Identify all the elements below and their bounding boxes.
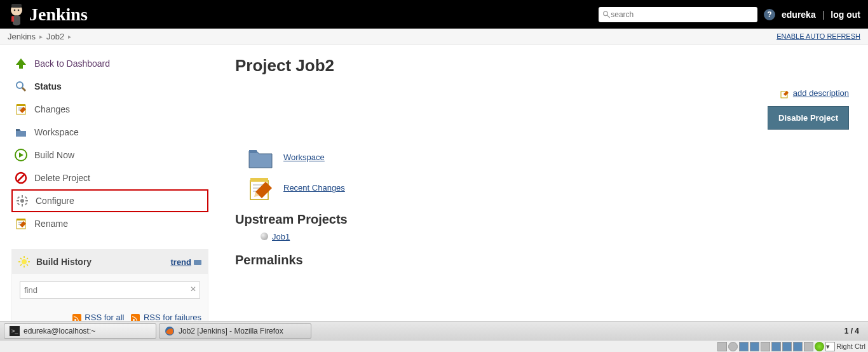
sidebar-changes[interactable]: Changes: [11, 98, 208, 121]
strip-icon: [815, 342, 824, 351]
up-arrow-icon: [14, 57, 28, 71]
user-link[interactable]: edureka: [782, 10, 816, 20]
sidebar-item-label: Back to Dashboard: [34, 58, 110, 69]
upstream-heading: Upstream Projects: [235, 212, 849, 227]
add-description-link[interactable]: add description: [793, 88, 849, 98]
search-box[interactable]: [599, 7, 757, 22]
pencil-icon: [780, 90, 789, 98]
sidebar-item-label: Configure: [36, 196, 74, 206]
build-history-title: Build History: [36, 257, 92, 267]
sidebar-build-now[interactable]: Build Now: [11, 144, 208, 166]
chevron-right-icon: ▸: [39, 33, 43, 40]
folder-icon: [247, 145, 275, 170]
trend-link[interactable]: trend: [171, 257, 202, 267]
logout-link[interactable]: log out: [831, 10, 860, 20]
disable-project-button[interactable]: Disable Project: [768, 106, 849, 130]
svg-rect-24: [25, 196, 27, 199]
taskbar-label: edureka@localhost:~: [24, 327, 95, 335]
svg-point-16: [20, 199, 24, 203]
os-taskbar: >_ edureka@localhost:~ Job2 [Jenkins] - …: [0, 321, 868, 340]
sidebar: Back to Dashboard Status Changes Workspa…: [0, 44, 216, 337]
upstream-job-link[interactable]: Job1: [272, 232, 290, 241]
sidebar-item-label: Status: [34, 81, 62, 91]
search-input[interactable]: [611, 10, 754, 19]
sidebar-item-label: Changes: [34, 104, 70, 114]
sidebar-configure[interactable]: Configure: [11, 189, 208, 212]
svg-point-6: [17, 82, 23, 88]
svg-line-7: [22, 88, 25, 91]
prohibit-icon: [14, 171, 28, 185]
svg-rect-12: [16, 129, 20, 131]
notepad-icon: [14, 217, 28, 231]
strip-icon: [793, 342, 803, 351]
svg-rect-41: [250, 178, 268, 182]
strip-icon: [771, 342, 781, 351]
magnifier-icon: [14, 79, 28, 93]
jenkins-icon: [8, 3, 25, 27]
strip-icon: [782, 342, 792, 351]
sidebar-status[interactable]: Status: [11, 75, 208, 98]
svg-text:>_: >_: [11, 328, 18, 334]
workspace-link[interactable]: Workspace: [283, 152, 325, 162]
status-ball-icon: [261, 233, 268, 240]
main-content: Project Job2 add description Disable Pro…: [216, 44, 868, 337]
strip-icon: [750, 342, 759, 351]
enable-auto-refresh-link[interactable]: ENABLE AUTO REFRESH: [776, 32, 860, 40]
svg-rect-1: [11, 4, 22, 8]
chevron-right-icon: ▸: [68, 33, 71, 40]
svg-rect-39: [249, 150, 257, 153]
sidebar-delete-project[interactable]: Delete Project: [11, 166, 208, 189]
host-key-label: Right Ctrl: [836, 342, 865, 350]
logo-text: Jenkins: [29, 4, 88, 25]
sun-icon: [18, 256, 30, 267]
jenkins-logo[interactable]: Jenkins: [8, 3, 88, 27]
build-history-find-input[interactable]: [20, 281, 200, 299]
svg-line-34: [20, 258, 22, 259]
svg-point-2: [14, 9, 16, 11]
strip-icon: [717, 342, 727, 351]
vm-status-strip: ▾ Right Ctrl: [0, 340, 868, 352]
top-header: Jenkins ? edureka | log out: [0, 0, 868, 29]
svg-rect-9: [17, 104, 25, 106]
recent-changes-link[interactable]: Recent Changes: [283, 183, 345, 193]
help-icon[interactable]: ?: [764, 9, 775, 20]
trend-icon: [194, 260, 201, 265]
search-icon: [602, 10, 611, 19]
sidebar-workspace[interactable]: Workspace: [11, 121, 208, 144]
svg-point-3: [18, 9, 20, 11]
strip-icon: [761, 342, 770, 351]
taskbar-browser[interactable]: Job2 [Jenkins] - Mozilla Firefox: [159, 323, 311, 339]
taskbar-terminal[interactable]: >_ edureka@localhost:~: [4, 323, 156, 339]
sidebar-back-to-dashboard[interactable]: Back to Dashboard: [11, 52, 208, 75]
terminal-icon: >_: [10, 326, 20, 336]
svg-line-15: [17, 174, 25, 182]
upstream-job-item[interactable]: Job1: [261, 232, 849, 241]
svg-rect-21: [17, 196, 20, 199]
svg-rect-26: [17, 219, 25, 220]
firefox-icon: [165, 326, 175, 336]
sidebar-item-label: Workspace: [34, 127, 79, 137]
clock-play-icon: [14, 148, 28, 162]
svg-rect-17: [22, 195, 23, 198]
taskbar-pager: 1 / 4: [844, 327, 864, 335]
page-title: Project Job2: [235, 56, 849, 76]
sidebar-item-label: Build Now: [34, 150, 74, 160]
svg-rect-22: [25, 203, 27, 205]
svg-rect-20: [25, 200, 28, 201]
crumb-job[interactable]: Job2: [46, 32, 64, 41]
crumb-jenkins[interactable]: Jenkins: [8, 32, 36, 41]
strip-icon: [804, 342, 813, 351]
permalinks-heading: Permalinks: [235, 253, 849, 267]
svg-point-29: [22, 259, 27, 264]
taskbar-label: Job2 [Jenkins] - Mozilla Firefox: [179, 327, 283, 335]
breadcrumb: Jenkins ▸ Job2 ▸ ENABLE AUTO REFRESH: [0, 29, 868, 44]
clear-icon[interactable]: ✕: [190, 285, 196, 294]
notepad-icon: [14, 102, 28, 116]
sidebar-rename[interactable]: Rename: [11, 212, 208, 235]
sidebar-item-label: Delete Project: [34, 173, 90, 183]
recent-changes-row[interactable]: Recent Changes: [247, 175, 849, 201]
svg-line-35: [27, 264, 28, 266]
strip-icon: [739, 342, 749, 351]
workspace-row[interactable]: Workspace: [247, 145, 849, 170]
sidebar-item-label: Rename: [34, 219, 68, 229]
